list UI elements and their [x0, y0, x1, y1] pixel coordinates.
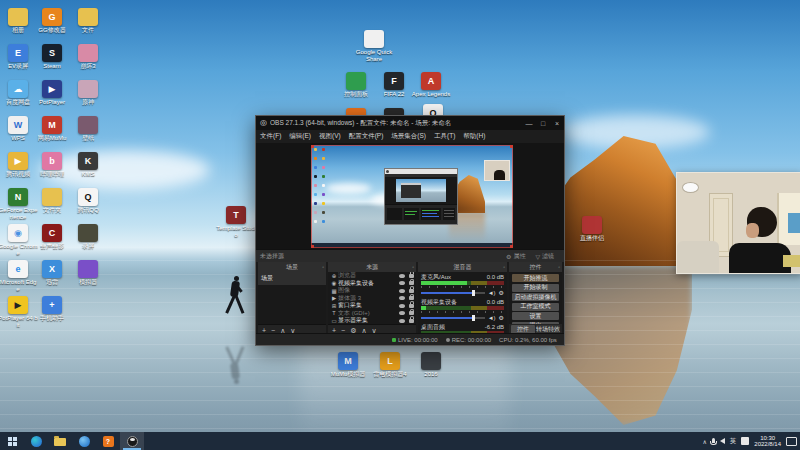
control-button[interactable]: 开始录制 — [512, 284, 559, 292]
lock-icon[interactable] — [409, 274, 414, 278]
lock-icon[interactable] — [409, 281, 414, 285]
desktop-shortcut[interactable]: 直播伴侣 — [572, 216, 612, 242]
desktop-shortcut[interactable]: 壁纸 — [68, 116, 108, 142]
visibility-eye-icon[interactable] — [399, 304, 405, 308]
properties-button[interactable]: ⚙ 属性 — [506, 252, 525, 261]
dock-pin-icon[interactable]: ▫ — [503, 264, 505, 270]
control-button[interactable]: 工作室模式 — [512, 303, 559, 311]
control-button[interactable]: 启动虚拟摄像机 — [512, 293, 559, 301]
lock-icon[interactable] — [409, 319, 414, 323]
taskbar-edge-icon[interactable] — [24, 432, 48, 450]
desktop-shortcut[interactable]: Google QuickShare — [354, 30, 394, 63]
lock-icon[interactable] — [409, 296, 414, 300]
menu-item[interactable]: 文件(F) — [256, 132, 285, 141]
start-button[interactable] — [0, 432, 24, 450]
desktop-shortcut[interactable]: 文件 — [68, 8, 108, 34]
visibility-eye-icon[interactable] — [399, 289, 405, 293]
visibility-eye-icon[interactable] — [399, 296, 405, 300]
desktop-shortcut[interactable]: TTemplate Studio — [216, 206, 256, 239]
shortcut-label: 模拟器 — [68, 279, 108, 286]
desktop-shortcut[interactable]: b哔哩哔哩 — [32, 152, 72, 178]
desktop-shortcut[interactable]: X迅雷 — [32, 260, 72, 286]
controls-title: 控件 — [530, 263, 542, 272]
ime-language-indicator[interactable]: 英 — [730, 437, 737, 446]
menu-item[interactable]: 配置文件(P) — [345, 132, 388, 141]
app-icon: ◉ — [8, 224, 28, 242]
shortcut-label: FIFA 22 — [374, 91, 414, 98]
taskbar-blue-app-icon[interactable] — [72, 432, 96, 450]
app-icon — [78, 8, 98, 26]
taskbar-obs-icon[interactable] — [120, 432, 144, 450]
visibility-eye-icon[interactable] — [399, 311, 405, 315]
shortcut-label: GG修改器 — [32, 27, 72, 34]
lock-icon[interactable] — [409, 311, 414, 315]
desktop-shortcut[interactable]: GGG修改器 — [32, 8, 72, 34]
control-button[interactable]: 退出 — [512, 322, 559, 325]
shortcut-label: 腾讯QQ — [68, 207, 108, 214]
taskbar-explorer-icon[interactable] — [48, 432, 72, 450]
volume-slider[interactable] — [421, 292, 485, 294]
volume-slider[interactable] — [421, 317, 485, 319]
speaker-icon[interactable] — [720, 438, 725, 444]
channel-gear-icon[interactable]: ⚙ — [499, 315, 504, 321]
menu-item[interactable]: 帮助(H) — [459, 132, 489, 141]
action-center-icon[interactable] — [786, 437, 797, 446]
desktop-shortcut[interactable]: SSteam — [32, 44, 72, 70]
app-icon: M — [42, 116, 62, 134]
obs-logo-icon: ◎ — [260, 119, 267, 127]
clock[interactable]: 10:30 2022/8/14 — [754, 435, 781, 448]
desktop-shortcut[interactable]: 模拟器 — [68, 260, 108, 286]
desktop-shortcut[interactable]: 2016 — [411, 352, 451, 378]
desktop-shortcut[interactable]: 录屏 — [68, 224, 108, 250]
desktop-shortcut[interactable]: 崩坏3 — [68, 44, 108, 70]
desktop-shortcut[interactable]: 原神 — [68, 80, 108, 106]
shortcut-label: 崩坏3 — [68, 63, 108, 70]
obs-preview[interactable] — [311, 145, 513, 248]
room-curtain — [788, 213, 800, 233]
app-icon: S — [42, 44, 62, 62]
desktop-shortcut[interactable]: 文件夹 — [32, 188, 72, 214]
menu-item[interactable]: 场景集合(S) — [387, 132, 430, 141]
room-couch — [677, 241, 719, 273]
visibility-eye-icon[interactable] — [399, 319, 405, 323]
menu-item[interactable]: 编辑(E) — [285, 132, 315, 141]
filters-button[interactable]: ▽ 滤镜 — [535, 252, 554, 261]
desktop-shortcut[interactable]: AApex Legends — [411, 72, 451, 98]
desktop-shortcut[interactable]: KKMS — [68, 152, 108, 178]
desktop-shortcut[interactable]: 控制面板 — [336, 72, 376, 98]
scene-item[interactable]: 场景 — [258, 272, 326, 285]
mute-speaker-icon[interactable]: ◄) — [488, 290, 496, 296]
control-button[interactable]: 设置 — [512, 312, 559, 320]
tray-expand-icon[interactable]: ∧ — [702, 438, 706, 445]
visibility-eye-icon[interactable] — [399, 274, 405, 278]
desktop-shortcut[interactable]: L雷电模拟器4 — [370, 352, 410, 378]
dock-pin-icon[interactable]: ▫ — [558, 264, 560, 270]
desktop-shortcut[interactable]: M网易MuMu — [32, 116, 72, 142]
desktop-shortcut[interactable]: +手机助手 — [32, 296, 72, 322]
taskbar-orange-app-icon[interactable]: ? — [96, 432, 120, 450]
lock-icon[interactable] — [409, 289, 414, 293]
mute-speaker-icon[interactable]: ◄) — [488, 315, 496, 321]
lock-icon[interactable] — [409, 304, 414, 308]
minimize-button[interactable]: — — [522, 116, 536, 130]
maximize-button[interactable]: □ — [536, 116, 550, 130]
channel-gear-icon[interactable]: ⚙ — [499, 290, 504, 296]
desktop-shortcut[interactable]: ▶PotPlayer — [32, 80, 72, 106]
control-button[interactable]: 开始推流 — [512, 274, 559, 282]
dock-pin-icon[interactable]: ▫ — [322, 264, 324, 270]
ime-mode-icon[interactable] — [741, 437, 749, 445]
desktop-shortcut[interactable]: FFIFA 22 — [374, 72, 414, 98]
dock-pin-icon[interactable]: ▫ — [412, 264, 414, 270]
desktop-shortcut[interactable]: Q腾讯QQ — [68, 188, 108, 214]
app-icon — [421, 352, 441, 370]
source-item[interactable]: ▭显示器采集 — [328, 317, 416, 324]
taskbar: ? ∧ 英 10:30 2022/8/14 — [0, 432, 800, 450]
menu-item[interactable]: 视图(V) — [315, 132, 345, 141]
visibility-eye-icon[interactable] — [399, 281, 405, 285]
desktop-shortcut[interactable]: C会声会影 — [32, 224, 72, 250]
obs-titlebar[interactable]: ◎ OBS 27.1.3 (64-bit, windows) - 配置文件: 未… — [256, 116, 564, 130]
menu-item[interactable]: 工具(T) — [430, 132, 459, 141]
desktop-shortcut[interactable]: MMuMu模拟器 — [328, 352, 368, 378]
mixer-dock: 混音器 ▫ 麦克风/Aux0.0 dB◄)⚙视频采集设备0.0 dB◄)⚙桌面音… — [418, 262, 507, 336]
close-button[interactable]: × — [550, 116, 564, 130]
